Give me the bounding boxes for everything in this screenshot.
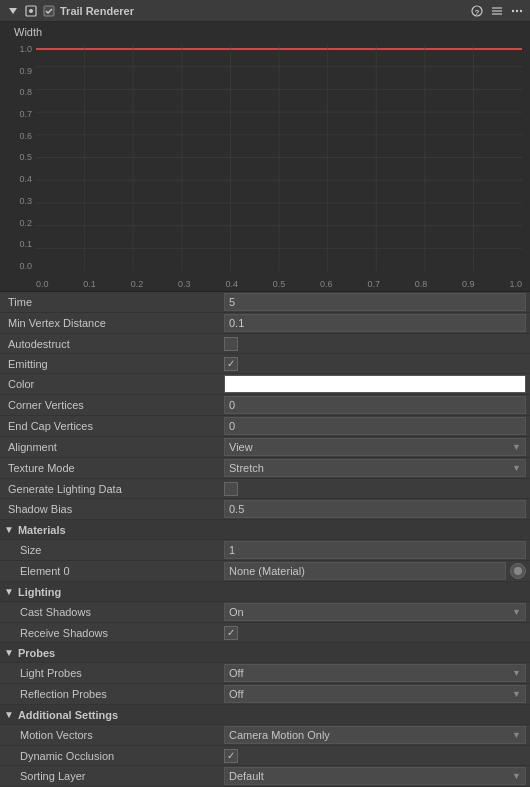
texture-mode-value: Stretch ▼ bbox=[224, 459, 526, 477]
min-vertex-row: Min Vertex Distance bbox=[0, 313, 530, 334]
more-options-icon[interactable] bbox=[510, 4, 524, 18]
color-picker[interactable] bbox=[224, 375, 526, 393]
sorting-layer-label: Sorting Layer bbox=[4, 770, 224, 782]
alignment-dropdown-text: View bbox=[229, 441, 253, 453]
component-icon bbox=[24, 4, 38, 18]
lighting-section-label: Lighting bbox=[18, 586, 61, 598]
motion-vectors-value: Camera Motion Only ▼ bbox=[224, 726, 526, 744]
end-cap-vertices-input[interactable] bbox=[224, 417, 526, 435]
dynamic-occlusion-checkbox[interactable]: ✓ bbox=[224, 749, 238, 763]
generate-lighting-label: Generate Lighting Data bbox=[4, 483, 224, 495]
shadow-bias-input[interactable] bbox=[224, 500, 526, 518]
dynamic-occlusion-checkmark: ✓ bbox=[227, 750, 235, 761]
width-chart: Width 1.0 0.9 0.8 0.7 0.6 0.5 0.4 0.3 0.… bbox=[0, 22, 530, 292]
cast-shadows-dropdown[interactable]: On ▼ bbox=[224, 603, 526, 621]
size-label: Size bbox=[4, 544, 224, 556]
element0-picker-btn[interactable] bbox=[510, 563, 526, 579]
size-value[interactable] bbox=[224, 541, 526, 559]
cast-shadows-dropdown-arrow: ▼ bbox=[512, 607, 521, 617]
reflection-probes-dropdown[interactable]: Off ▼ bbox=[224, 685, 526, 703]
help-icon[interactable]: ? bbox=[470, 4, 484, 18]
emitting-row: Emitting ✓ bbox=[0, 354, 530, 374]
light-probes-dropdown-text: Off bbox=[229, 667, 243, 679]
alignment-value: View ▼ bbox=[224, 438, 526, 456]
chart-y-axis: 1.0 0.9 0.8 0.7 0.6 0.5 0.4 0.3 0.2 0.1 … bbox=[2, 44, 32, 271]
lighting-section-header: ▼ Lighting bbox=[0, 582, 530, 602]
generate-lighting-checkbox[interactable] bbox=[224, 482, 238, 496]
motion-vectors-row: Motion Vectors Camera Motion Only ▼ bbox=[0, 725, 530, 746]
color-label: Color bbox=[4, 378, 224, 390]
cast-shadows-row: Cast Shadows On ▼ bbox=[0, 602, 530, 623]
svg-marker-0 bbox=[9, 8, 17, 14]
size-input[interactable] bbox=[224, 541, 526, 559]
additional-toggle-arrow: ▼ bbox=[4, 709, 14, 720]
receive-shadows-checkbox[interactable]: ✓ bbox=[224, 626, 238, 640]
emitting-checkbox[interactable]: ✓ bbox=[224, 357, 238, 371]
end-cap-vertices-label: End Cap Vertices bbox=[4, 420, 224, 432]
preset-icon[interactable] bbox=[490, 4, 504, 18]
sorting-layer-dropdown[interactable]: Default ▼ bbox=[224, 767, 526, 785]
light-probes-row: Light Probes Off ▼ bbox=[0, 663, 530, 684]
emitting-label: Emitting bbox=[4, 358, 224, 370]
texture-mode-dropdown-arrow: ▼ bbox=[512, 463, 521, 473]
reflection-probes-dropdown-text: Off bbox=[229, 688, 243, 700]
properties-panel: Time Min Vertex Distance Autodestruct Em… bbox=[0, 292, 530, 787]
min-vertex-input[interactable] bbox=[224, 314, 526, 332]
dynamic-occlusion-row: Dynamic Occlusion ✓ bbox=[0, 746, 530, 766]
texture-mode-row: Texture Mode Stretch ▼ bbox=[0, 458, 530, 479]
svg-text:?: ? bbox=[475, 8, 480, 17]
receive-shadows-value: ✓ bbox=[224, 626, 526, 640]
emitting-checkmark: ✓ bbox=[227, 358, 235, 369]
element0-field[interactable]: None (Material) bbox=[224, 562, 506, 580]
time-input[interactable] bbox=[224, 293, 526, 311]
generate-lighting-row: Generate Lighting Data bbox=[0, 479, 530, 499]
probes-toggle[interactable]: ▼ Probes bbox=[4, 647, 55, 659]
expand-arrow-icon[interactable] bbox=[6, 4, 20, 18]
time-row: Time bbox=[0, 292, 530, 313]
component-header: Trail Renderer ? bbox=[0, 0, 530, 22]
color-value bbox=[224, 375, 526, 393]
additional-toggle[interactable]: ▼ Additional Settings bbox=[4, 709, 118, 721]
motion-vectors-dropdown[interactable]: Camera Motion Only ▼ bbox=[224, 726, 526, 744]
header-icons bbox=[6, 4, 56, 18]
reflection-probes-dropdown-arrow: ▼ bbox=[512, 689, 521, 699]
color-row: Color bbox=[0, 374, 530, 395]
receive-shadows-label: Receive Shadows bbox=[4, 627, 224, 639]
probes-toggle-arrow: ▼ bbox=[4, 647, 14, 658]
light-probes-label: Light Probes bbox=[4, 667, 224, 679]
end-cap-vertices-value[interactable] bbox=[224, 417, 526, 435]
alignment-dropdown[interactable]: View ▼ bbox=[224, 438, 526, 456]
light-probes-dropdown-arrow: ▼ bbox=[512, 668, 521, 678]
materials-toggle[interactable]: ▼ Materials bbox=[4, 524, 66, 536]
svg-point-11 bbox=[520, 9, 522, 11]
lighting-toggle[interactable]: ▼ Lighting bbox=[4, 586, 61, 598]
chart-plot-area[interactable] bbox=[36, 44, 522, 271]
corner-vertices-row: Corner Vertices bbox=[0, 395, 530, 416]
reflection-probes-row: Reflection Probes Off ▼ bbox=[0, 684, 530, 705]
min-vertex-value[interactable] bbox=[224, 314, 526, 332]
sorting-layer-dropdown-text: Default bbox=[229, 770, 264, 782]
generate-lighting-value bbox=[224, 482, 526, 496]
header-right-icons: ? bbox=[470, 4, 524, 18]
element0-row: Element 0 None (Material) bbox=[0, 561, 530, 582]
svg-point-2 bbox=[29, 9, 33, 13]
motion-vectors-label: Motion Vectors bbox=[4, 729, 224, 741]
end-cap-vertices-row: End Cap Vertices bbox=[0, 416, 530, 437]
corner-vertices-value[interactable] bbox=[224, 396, 526, 414]
light-probes-dropdown[interactable]: Off ▼ bbox=[224, 664, 526, 682]
lighting-toggle-arrow: ▼ bbox=[4, 586, 14, 597]
cast-shadows-dropdown-text: On bbox=[229, 606, 244, 618]
svg-point-10 bbox=[516, 9, 518, 11]
shadow-bias-label: Shadow Bias bbox=[4, 503, 224, 515]
autodestruct-checkbox[interactable] bbox=[224, 337, 238, 351]
element0-text: None (Material) bbox=[229, 565, 305, 577]
autodestruct-label: Autodestruct bbox=[4, 338, 224, 350]
motion-vectors-dropdown-text: Camera Motion Only bbox=[229, 729, 330, 741]
receive-shadows-row: Receive Shadows ✓ bbox=[0, 623, 530, 643]
shadow-bias-value[interactable] bbox=[224, 500, 526, 518]
time-value[interactable] bbox=[224, 293, 526, 311]
enabled-checkbox-icon[interactable] bbox=[42, 4, 56, 18]
corner-vertices-input[interactable] bbox=[224, 396, 526, 414]
autodestruct-row: Autodestruct bbox=[0, 334, 530, 354]
texture-mode-dropdown[interactable]: Stretch ▼ bbox=[224, 459, 526, 477]
